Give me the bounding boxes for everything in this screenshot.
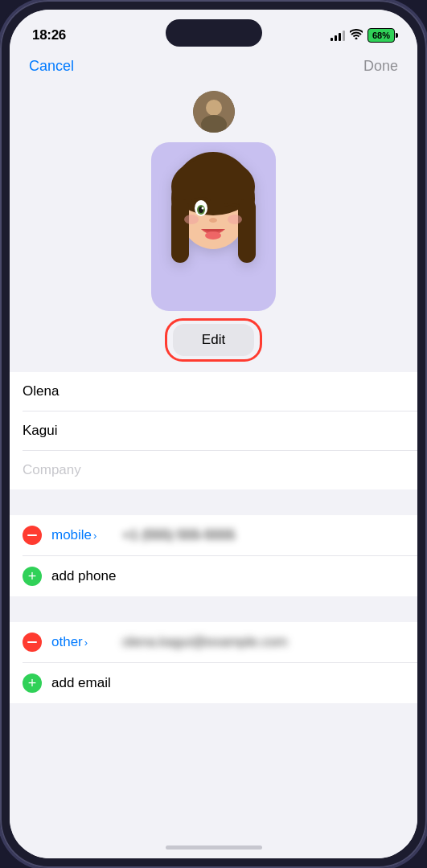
phone-frame: 18:26 68% [0, 0, 427, 868]
add-email-button[interactable] [23, 674, 42, 693]
battery-icon: 68% [367, 28, 395, 43]
edit-button-wrapper: Edit [173, 324, 254, 356]
svg-point-11 [202, 207, 204, 210]
svg-point-13 [205, 231, 221, 240]
memoji-figure [151, 142, 276, 319]
add-email-row[interactable]: add email [10, 663, 417, 703]
last-name-input[interactable] [23, 423, 404, 439]
svg-point-12 [209, 218, 217, 223]
email-group: other › olena.kagui@example.com add emai… [10, 622, 417, 703]
cancel-button[interactable]: Cancel [29, 58, 74, 75]
remove-phone-button[interactable] [23, 526, 42, 545]
phone-group: mobile › +1 (555) 555-5555 add phone [10, 515, 417, 596]
add-phone-row[interactable]: add phone [10, 556, 417, 596]
email-label-chevron: › [84, 637, 88, 649]
status-icons: 68% [331, 28, 395, 43]
last-name-row [10, 411, 417, 450]
add-phone-button[interactable] [23, 567, 42, 586]
group-separator-2 [10, 596, 417, 622]
svg-rect-7 [238, 199, 256, 263]
group-separator-1 [10, 489, 417, 515]
first-name-row [10, 372, 417, 411]
dynamic-island [166, 19, 262, 47]
phone-value[interactable]: +1 (555) 555-5555 [122, 527, 404, 543]
group-separator-3 [10, 703, 417, 729]
email-row: other › olena.kagui@example.com [10, 622, 417, 662]
svg-rect-6 [171, 199, 189, 263]
svg-point-14 [184, 215, 199, 224]
email-label[interactable]: other › [51, 634, 116, 650]
email-value[interactable]: olena.kagui@example.com [122, 634, 404, 650]
avatar-image [193, 91, 235, 133]
add-phone-label: add phone [51, 568, 116, 584]
status-time: 18:26 [32, 27, 66, 43]
svg-point-1 [206, 100, 222, 116]
remove-email-button[interactable] [23, 633, 42, 652]
home-indicator [10, 836, 417, 858]
signal-icon [331, 30, 345, 41]
form-section: mobile › +1 (555) 555-5555 add phone [10, 372, 417, 836]
contact-header: Edit [10, 84, 417, 372]
nav-bar: Cancel Done [10, 51, 417, 84]
memoji-card[interactable] [151, 142, 276, 311]
first-name-input[interactable] [23, 383, 404, 399]
company-input[interactable] [23, 462, 404, 478]
wifi-icon [350, 29, 363, 42]
add-email-label: add email [51, 675, 111, 691]
phone-screen: 18:26 68% [10, 10, 417, 858]
name-group [10, 372, 417, 489]
phone-label-chevron: › [93, 530, 96, 542]
phone-row: mobile › +1 (555) 555-5555 [10, 515, 417, 555]
svg-point-15 [228, 215, 242, 224]
edit-button[interactable]: Edit [173, 324, 254, 356]
phone-label[interactable]: mobile › [51, 527, 116, 543]
company-row [10, 451, 417, 489]
avatar[interactable] [193, 91, 235, 133]
done-button[interactable]: Done [363, 58, 398, 75]
home-bar [166, 845, 262, 850]
